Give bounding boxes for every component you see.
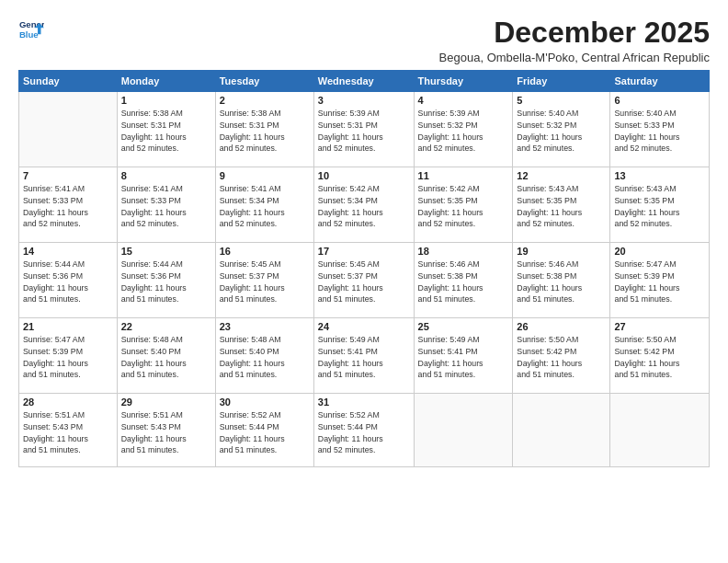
calendar-cell: 29Sunrise: 5:51 AM Sunset: 5:43 PM Dayli… bbox=[117, 394, 215, 467]
calendar-cell: 19Sunrise: 5:46 AM Sunset: 5:38 PM Dayli… bbox=[513, 243, 610, 318]
calendar-cell bbox=[19, 92, 118, 167]
day-detail: Sunrise: 5:51 AM Sunset: 5:43 PM Dayligh… bbox=[121, 409, 211, 456]
calendar-cell: 26Sunrise: 5:50 AM Sunset: 5:42 PM Dayli… bbox=[513, 318, 610, 394]
col-wednesday: Wednesday bbox=[313, 71, 414, 92]
day-number: 11 bbox=[418, 170, 509, 181]
day-detail: Sunrise: 5:41 AM Sunset: 5:33 PM Dayligh… bbox=[23, 183, 113, 230]
header: General Blue December 2025 Begoua, Ombel… bbox=[18, 17, 710, 64]
calendar-cell: 3Sunrise: 5:39 AM Sunset: 5:31 PM Daylig… bbox=[313, 92, 414, 167]
day-number: 24 bbox=[318, 321, 410, 332]
day-number: 15 bbox=[121, 246, 211, 257]
day-number: 7 bbox=[23, 170, 113, 181]
day-detail: Sunrise: 5:41 AM Sunset: 5:33 PM Dayligh… bbox=[121, 183, 211, 230]
calendar-cell: 13Sunrise: 5:43 AM Sunset: 5:35 PM Dayli… bbox=[610, 167, 710, 243]
day-number: 2 bbox=[220, 95, 310, 106]
week-row-3: 14Sunrise: 5:44 AM Sunset: 5:36 PM Dayli… bbox=[19, 243, 710, 318]
page: General Blue December 2025 Begoua, Ombel… bbox=[0, 0, 728, 563]
day-detail: Sunrise: 5:45 AM Sunset: 5:37 PM Dayligh… bbox=[318, 259, 410, 305]
calendar-cell: 14Sunrise: 5:44 AM Sunset: 5:36 PM Dayli… bbox=[19, 243, 118, 318]
logo-icon: General Blue bbox=[18, 17, 44, 42]
calendar-cell: 4Sunrise: 5:39 AM Sunset: 5:32 PM Daylig… bbox=[414, 92, 513, 167]
calendar-cell: 10Sunrise: 5:42 AM Sunset: 5:34 PM Dayli… bbox=[313, 167, 414, 243]
day-detail: Sunrise: 5:47 AM Sunset: 5:39 PM Dayligh… bbox=[614, 259, 705, 305]
calendar-cell: 8Sunrise: 5:41 AM Sunset: 5:33 PM Daylig… bbox=[117, 167, 215, 243]
calendar-cell: 30Sunrise: 5:52 AM Sunset: 5:44 PM Dayli… bbox=[215, 394, 313, 467]
day-number: 10 bbox=[318, 170, 410, 181]
week-row-2: 7Sunrise: 5:41 AM Sunset: 5:33 PM Daylig… bbox=[19, 167, 710, 243]
col-friday: Friday bbox=[513, 71, 610, 92]
day-detail: Sunrise: 5:38 AM Sunset: 5:31 PM Dayligh… bbox=[220, 108, 310, 155]
day-number: 4 bbox=[418, 95, 509, 106]
calendar-cell: 1Sunrise: 5:38 AM Sunset: 5:31 PM Daylig… bbox=[117, 92, 215, 167]
day-number: 25 bbox=[418, 321, 509, 332]
day-detail: Sunrise: 5:42 AM Sunset: 5:34 PM Dayligh… bbox=[318, 183, 410, 230]
day-detail: Sunrise: 5:45 AM Sunset: 5:37 PM Dayligh… bbox=[220, 259, 310, 305]
calendar-cell: 25Sunrise: 5:49 AM Sunset: 5:41 PM Dayli… bbox=[414, 318, 513, 394]
calendar-cell: 12Sunrise: 5:43 AM Sunset: 5:35 PM Dayli… bbox=[513, 167, 610, 243]
day-detail: Sunrise: 5:46 AM Sunset: 5:38 PM Dayligh… bbox=[418, 259, 509, 305]
header-row: Sunday Monday Tuesday Wednesday Thursday… bbox=[19, 71, 710, 92]
calendar-cell: 28Sunrise: 5:51 AM Sunset: 5:43 PM Dayli… bbox=[19, 394, 118, 467]
day-detail: Sunrise: 5:39 AM Sunset: 5:31 PM Dayligh… bbox=[318, 108, 410, 155]
calendar-cell: 21Sunrise: 5:47 AM Sunset: 5:39 PM Dayli… bbox=[19, 318, 118, 394]
day-detail: Sunrise: 5:39 AM Sunset: 5:32 PM Dayligh… bbox=[418, 108, 509, 155]
day-number: 29 bbox=[121, 396, 211, 408]
day-detail: Sunrise: 5:43 AM Sunset: 5:35 PM Dayligh… bbox=[517, 183, 606, 230]
day-number: 5 bbox=[517, 95, 606, 106]
month-title: December 2025 bbox=[439, 17, 710, 49]
calendar-cell bbox=[610, 394, 710, 467]
calendar-cell: 2Sunrise: 5:38 AM Sunset: 5:31 PM Daylig… bbox=[215, 92, 313, 167]
day-number: 17 bbox=[318, 246, 410, 257]
day-detail: Sunrise: 5:38 AM Sunset: 5:31 PM Dayligh… bbox=[121, 108, 211, 155]
day-detail: Sunrise: 5:49 AM Sunset: 5:41 PM Dayligh… bbox=[418, 334, 509, 381]
calendar-cell: 15Sunrise: 5:44 AM Sunset: 5:36 PM Dayli… bbox=[117, 243, 215, 318]
day-detail: Sunrise: 5:46 AM Sunset: 5:38 PM Dayligh… bbox=[517, 259, 606, 305]
day-number: 20 bbox=[614, 246, 705, 257]
day-number: 31 bbox=[318, 396, 410, 408]
calendar-table: Sunday Monday Tuesday Wednesday Thursday… bbox=[18, 70, 710, 467]
col-monday: Monday bbox=[117, 71, 215, 92]
svg-text:Blue: Blue bbox=[19, 29, 39, 40]
day-detail: Sunrise: 5:48 AM Sunset: 5:40 PM Dayligh… bbox=[121, 334, 211, 381]
calendar-cell: 23Sunrise: 5:48 AM Sunset: 5:40 PM Dayli… bbox=[215, 318, 313, 394]
day-detail: Sunrise: 5:50 AM Sunset: 5:42 PM Dayligh… bbox=[517, 334, 606, 381]
calendar-cell bbox=[414, 394, 513, 467]
calendar-cell: 24Sunrise: 5:49 AM Sunset: 5:41 PM Dayli… bbox=[313, 318, 414, 394]
day-detail: Sunrise: 5:40 AM Sunset: 5:32 PM Dayligh… bbox=[517, 108, 606, 155]
day-number: 3 bbox=[318, 95, 410, 106]
day-number: 26 bbox=[517, 321, 606, 332]
day-detail: Sunrise: 5:40 AM Sunset: 5:33 PM Dayligh… bbox=[614, 108, 705, 155]
day-number: 1 bbox=[121, 95, 211, 106]
day-number: 22 bbox=[121, 321, 211, 332]
day-number: 16 bbox=[220, 246, 310, 257]
calendar-cell: 11Sunrise: 5:42 AM Sunset: 5:35 PM Dayli… bbox=[414, 167, 513, 243]
calendar-cell: 7Sunrise: 5:41 AM Sunset: 5:33 PM Daylig… bbox=[19, 167, 118, 243]
calendar-cell: 9Sunrise: 5:41 AM Sunset: 5:34 PM Daylig… bbox=[215, 167, 313, 243]
day-detail: Sunrise: 5:52 AM Sunset: 5:44 PM Dayligh… bbox=[318, 409, 410, 456]
day-number: 21 bbox=[23, 321, 113, 332]
calendar-cell: 16Sunrise: 5:45 AM Sunset: 5:37 PM Dayli… bbox=[215, 243, 313, 318]
day-number: 28 bbox=[23, 396, 113, 408]
calendar-cell: 17Sunrise: 5:45 AM Sunset: 5:37 PM Dayli… bbox=[313, 243, 414, 318]
day-number: 14 bbox=[23, 246, 113, 257]
week-row-1: 1Sunrise: 5:38 AM Sunset: 5:31 PM Daylig… bbox=[19, 92, 710, 167]
calendar-cell: 20Sunrise: 5:47 AM Sunset: 5:39 PM Dayli… bbox=[610, 243, 710, 318]
day-detail: Sunrise: 5:52 AM Sunset: 5:44 PM Dayligh… bbox=[220, 409, 310, 456]
day-detail: Sunrise: 5:44 AM Sunset: 5:36 PM Dayligh… bbox=[23, 259, 113, 305]
col-sunday: Sunday bbox=[19, 71, 118, 92]
week-row-4: 21Sunrise: 5:47 AM Sunset: 5:39 PM Dayli… bbox=[19, 318, 710, 394]
day-number: 27 bbox=[614, 321, 705, 332]
calendar-cell: 22Sunrise: 5:48 AM Sunset: 5:40 PM Dayli… bbox=[117, 318, 215, 394]
day-detail: Sunrise: 5:51 AM Sunset: 5:43 PM Dayligh… bbox=[23, 409, 113, 456]
calendar-cell: 6Sunrise: 5:40 AM Sunset: 5:33 PM Daylig… bbox=[610, 92, 710, 167]
logo: General Blue bbox=[18, 17, 44, 42]
day-detail: Sunrise: 5:48 AM Sunset: 5:40 PM Dayligh… bbox=[220, 334, 310, 381]
day-detail: Sunrise: 5:42 AM Sunset: 5:35 PM Dayligh… bbox=[418, 183, 509, 230]
day-number: 6 bbox=[614, 95, 705, 106]
day-detail: Sunrise: 5:49 AM Sunset: 5:41 PM Dayligh… bbox=[318, 334, 410, 381]
calendar-cell: 31Sunrise: 5:52 AM Sunset: 5:44 PM Dayli… bbox=[313, 394, 414, 467]
day-detail: Sunrise: 5:44 AM Sunset: 5:36 PM Dayligh… bbox=[121, 259, 211, 305]
day-number: 30 bbox=[220, 396, 310, 408]
day-number: 8 bbox=[121, 170, 211, 181]
day-detail: Sunrise: 5:43 AM Sunset: 5:35 PM Dayligh… bbox=[614, 183, 705, 230]
